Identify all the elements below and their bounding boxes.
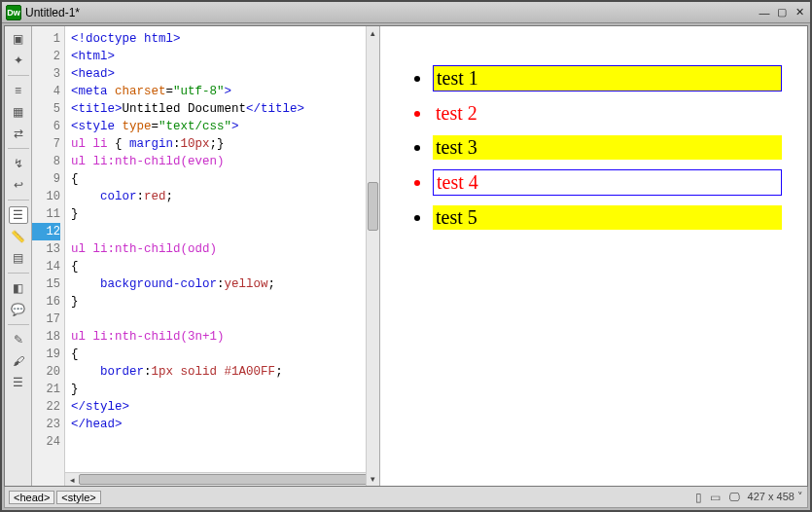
list-icon[interactable]: ☰: [9, 206, 28, 224]
maximize-button[interactable]: ▢: [775, 6, 789, 19]
status-bar: <head> <style> ▯ ▭ 🖵 427 x 458 ˅: [4, 487, 808, 508]
line-number[interactable]: 14: [32, 258, 60, 275]
code-line[interactable]: ul li:nth-child(even): [71, 153, 366, 170]
wrap-icon[interactable]: ↩: [9, 176, 28, 194]
line-number[interactable]: 12: [32, 223, 60, 240]
code-line[interactable]: {: [71, 346, 366, 363]
device-desktop-icon[interactable]: 🖵: [728, 491, 740, 504]
code-line[interactable]: border:1px solid #1A00FF;: [71, 363, 366, 381]
line-number[interactable]: 18: [32, 328, 60, 346]
scroll-down-button[interactable]: ▾: [367, 472, 379, 486]
code-line[interactable]: </head>: [71, 416, 366, 433]
chevron-down-icon: ˅: [794, 491, 803, 502]
code-line[interactable]: }: [71, 205, 366, 223]
scroll-up-button[interactable]: ▴: [367, 26, 379, 40]
menu-icon[interactable]: ☰: [9, 374, 28, 391]
line-number[interactable]: 15: [32, 275, 60, 293]
line-number[interactable]: 22: [32, 398, 60, 416]
wand-icon[interactable]: ✦: [9, 52, 28, 69]
comment-icon[interactable]: 💬: [9, 301, 28, 318]
main-content: ▣✦≡▦⇄↯↩☰📏▤◧💬✎🖌☰ 123456789101112131415161…: [4, 25, 808, 487]
line-number[interactable]: 20: [32, 363, 60, 381]
code-line[interactable]: ul li { margin:10px;}: [71, 135, 366, 153]
line-number[interactable]: 3: [32, 65, 60, 83]
device-tablet-icon[interactable]: ▭: [710, 491, 721, 504]
code-line[interactable]: </style>: [71, 398, 366, 416]
ruler-icon[interactable]: 📏: [9, 228, 28, 245]
list-item: test 2: [433, 101, 782, 126]
brush-icon[interactable]: 🖌: [9, 352, 28, 370]
separator: [8, 273, 29, 274]
line-number[interactable]: 9: [32, 170, 60, 188]
code-line[interactable]: [71, 433, 366, 451]
highlight-icon[interactable]: ✎: [9, 331, 28, 348]
line-number[interactable]: 19: [32, 346, 60, 363]
code-line[interactable]: background-color:yellow;: [71, 275, 366, 293]
line-number[interactable]: 16: [32, 293, 60, 311]
code-line[interactable]: <html>: [71, 48, 366, 65]
lightning-icon[interactable]: ↯: [9, 155, 28, 172]
line-number[interactable]: 2: [32, 48, 60, 65]
line-number[interactable]: 6: [32, 118, 60, 135]
viewport-dimensions[interactable]: 427 x 458 ˅: [748, 491, 803, 503]
line-number[interactable]: 21: [32, 381, 60, 398]
separator: [8, 200, 29, 201]
code-line[interactable]: }: [71, 381, 366, 398]
vertical-scrollbar[interactable]: ▴ ▾: [366, 26, 379, 486]
code-line[interactable]: <!doctype html>: [71, 30, 366, 48]
line-number[interactable]: 1: [32, 30, 60, 48]
scroll-left-button[interactable]: ◂: [65, 475, 79, 485]
line-number[interactable]: 13: [32, 240, 60, 258]
line-number[interactable]: 17: [32, 311, 60, 328]
minimize-button[interactable]: ―: [758, 6, 771, 19]
panel-icon[interactable]: ▤: [9, 249, 28, 267]
code-line[interactable]: <title>Untitled Document</title>: [71, 100, 366, 118]
nav-icon[interactable]: ◧: [9, 279, 28, 297]
grid-icon[interactable]: ▦: [9, 103, 28, 121]
line-number[interactable]: 5: [32, 100, 60, 118]
separator: [8, 324, 29, 325]
list-item: test 5: [433, 205, 782, 230]
separator: [8, 148, 29, 149]
code-line[interactable]: ul li:nth-child(odd): [71, 240, 366, 258]
align-icon[interactable]: ≡: [9, 82, 28, 99]
list-item: test 3: [433, 135, 782, 160]
code-line[interactable]: <head>: [71, 65, 366, 83]
line-number[interactable]: 4: [32, 83, 60, 100]
line-number[interactable]: 11: [32, 205, 60, 223]
list-item: test 4: [433, 169, 782, 196]
code-line[interactable]: [71, 223, 366, 240]
line-number[interactable]: 24: [32, 433, 60, 451]
code-line[interactable]: {: [71, 170, 366, 188]
dimensions-value: 427 x 458: [748, 491, 794, 502]
line-number[interactable]: 7: [32, 135, 60, 153]
code-line[interactable]: <meta charset="utf-8">: [71, 83, 366, 100]
breadcrumb-head[interactable]: <head>: [9, 491, 54, 504]
code-line[interactable]: color:red;: [71, 188, 366, 205]
scroll-v-thumb[interactable]: [368, 182, 378, 231]
scroll-h-thumb[interactable]: [79, 474, 371, 485]
code-editor[interactable]: <!doctype html><html><head><meta charset…: [65, 26, 366, 470]
line-number[interactable]: 23: [32, 416, 60, 433]
line-number[interactable]: 8: [32, 153, 60, 170]
code-line[interactable]: <style type="text/css">: [71, 118, 366, 135]
device-phone-icon[interactable]: ▯: [695, 491, 702, 504]
document-title: Untitled-1*: [25, 6, 758, 19]
arrows-icon[interactable]: ⇄: [9, 125, 28, 142]
code-line[interactable]: {: [71, 258, 366, 275]
close-button[interactable]: ✕: [793, 6, 806, 19]
line-gutter[interactable]: 123456789101112131415161718192021222324: [32, 26, 65, 486]
breadcrumb-style[interactable]: <style>: [56, 491, 100, 504]
preview-list: test 1 test 2 test 3 test 4 test 5: [406, 65, 782, 230]
preview-pane: test 1 test 2 test 3 test 4 test 5: [380, 26, 807, 486]
app-window: Dw Untitled-1* ― ▢ ✕ ▣✦≡▦⇄↯↩☰📏▤◧💬✎🖌☰ 123…: [0, 0, 812, 512]
view-icon[interactable]: ▣: [9, 30, 28, 48]
horizontal-scrollbar[interactable]: ◂ ▸: [65, 472, 366, 486]
code-line[interactable]: ul li:nth-child(3n+1): [71, 328, 366, 346]
code-line[interactable]: }: [71, 293, 366, 311]
line-number[interactable]: 10: [32, 188, 60, 205]
separator: [8, 75, 29, 76]
tool-sidebar: ▣✦≡▦⇄↯↩☰📏▤◧💬✎🖌☰: [5, 26, 32, 486]
code-line[interactable]: [71, 311, 366, 328]
scroll-h-track[interactable]: [79, 473, 352, 486]
